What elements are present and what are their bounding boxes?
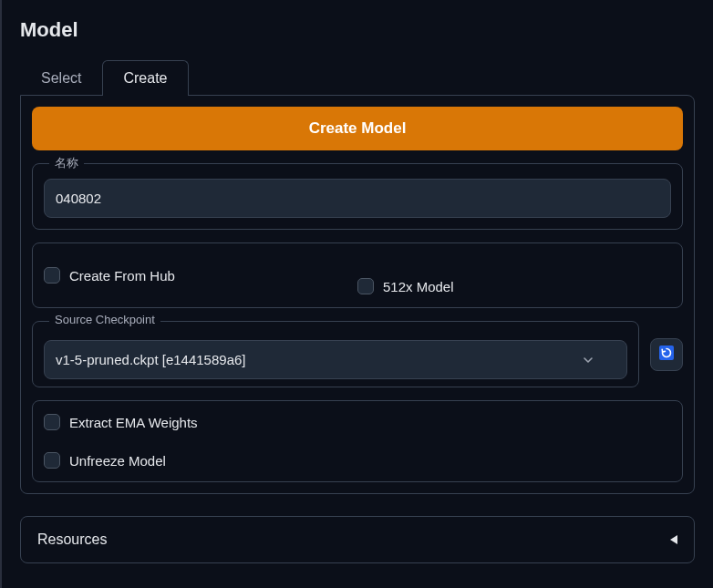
model-512x-row[interactable]: 512x Model [357, 278, 671, 294]
panel-title: Model [20, 18, 695, 42]
model-512x-label: 512x Model [383, 279, 454, 294]
name-fieldset: 名称 [32, 163, 683, 230]
unfreeze-row[interactable]: Unfreeze Model [44, 452, 671, 469]
checkbox-group-1: Create From Hub 512x Model [32, 242, 683, 308]
create-from-hub-label: Create From Hub [69, 268, 175, 284]
resources-title: Resources [37, 531, 107, 548]
svg-rect-0 [659, 346, 674, 360]
create-model-button[interactable]: Create Model [32, 107, 683, 150]
name-label: 名称 [49, 155, 84, 171]
source-checkpoint-select[interactable]: v1-5-pruned.ckpt [e1441589a6] [44, 340, 627, 379]
extract-ema-row[interactable]: Extract EMA Weights [44, 414, 671, 430]
chevron-down-icon [583, 355, 594, 366]
extract-ema-label: Extract EMA Weights [69, 415, 198, 430]
create-model-button-label: Create Model [309, 119, 407, 137]
source-checkpoint-value: v1-5-pruned.ckpt [e1441589a6] [56, 352, 245, 367]
source-checkpoint-label: Source Checkpoint [49, 313, 160, 326]
source-checkpoint-fieldset: Source Checkpoint v1-5-pruned.ckpt [e144… [32, 321, 639, 387]
tabs: Select Create [20, 60, 695, 96]
name-input[interactable] [44, 179, 671, 218]
create-from-hub-row[interactable]: Create From Hub [44, 256, 357, 294]
checkbox-group-2: Extract EMA Weights Unfreeze Model [32, 400, 683, 482]
create-from-hub-checkbox[interactable] [44, 267, 60, 284]
tab-select-label: Select [41, 70, 81, 86]
refresh-icon [658, 345, 675, 365]
source-checkpoint-row: Source Checkpoint v1-5-pruned.ckpt [e144… [32, 321, 683, 387]
model-512x-checkbox[interactable] [357, 278, 374, 294]
resources-section[interactable]: Resources [20, 516, 695, 563]
extract-ema-checkbox[interactable] [44, 414, 60, 430]
unfreeze-checkbox[interactable] [44, 452, 60, 469]
unfreeze-label: Unfreeze Model [69, 453, 166, 469]
tab-select[interactable]: Select [20, 60, 102, 96]
refresh-button[interactable] [650, 338, 683, 371]
collapse-triangle-icon [670, 535, 677, 544]
tab-create[interactable]: Create [102, 60, 188, 96]
tab-content-create: Create Model 名称 Create From Hub 512x Mod… [20, 95, 695, 494]
tab-create-label: Create [123, 70, 167, 86]
